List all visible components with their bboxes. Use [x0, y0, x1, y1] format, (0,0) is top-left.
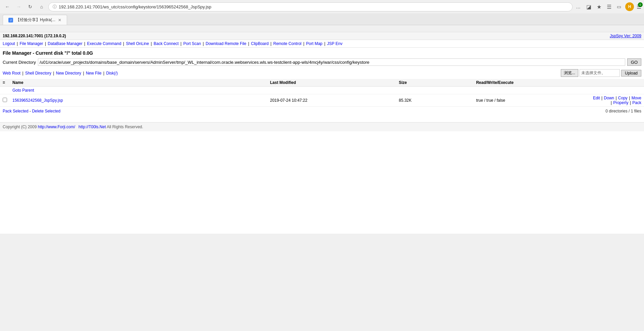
go-button[interactable]: GO [627, 58, 641, 66]
copyright-text: Copyright (C) 2009 [3, 125, 37, 129]
sidebar-toggle[interactable]: ☰ [605, 2, 613, 11]
current-dir-row: Current Directory GO [0, 57, 644, 67]
file-modified-cell: 2019-07-24 10:47:22 [267, 94, 396, 107]
t00ls-link[interactable]: http://T00ls.Net [78, 125, 106, 129]
more-options-icon[interactable]: … [575, 3, 582, 11]
url-input[interactable] [59, 4, 568, 9]
nav-links: Logout | File Manager | DataBase Manager… [0, 40, 644, 48]
browse-button[interactable]: 浏览... [561, 69, 578, 77]
pack-selected-link[interactable]: Pack Selected [3, 109, 29, 113]
action-sep-4: | [611, 100, 613, 105]
nav-sep-5: | [151, 41, 152, 46]
col-header-checkbox: = [0, 79, 10, 87]
notification-bell[interactable]: ☰ [637, 4, 641, 10]
col-header-rwx: Read/Write/Execute [473, 79, 589, 87]
table-row-parent: Goto Parent [0, 87, 644, 94]
reload-button[interactable]: ↻ [25, 2, 35, 11]
nav-file-manager[interactable]: File Manager [20, 41, 43, 46]
tab-title: 【经验分享】Hydra(... [16, 17, 55, 23]
qnav-sep-4: | [103, 71, 105, 76]
file-size-cell: 85.32K [396, 94, 473, 107]
web-root-link[interactable]: Web Root [3, 71, 20, 76]
bottom-actions: Pack Selected - Delete Selected [3, 109, 60, 113]
server-info-text: 192.168.220.141:7001 (172.19.0.2) [3, 34, 66, 38]
file-table: = Name Last Modified Size Read/Write/Exe… [0, 79, 644, 107]
server-info-bar: 192.168.220.141:7001 (172.19.0.2) JspSpy… [0, 32, 644, 40]
file-checkbox[interactable] [3, 98, 7, 102]
nav-sep-4: | [123, 41, 124, 46]
shell-directory-link[interactable]: Shell Directory [25, 71, 51, 76]
file-name-cell: 1563965242568_JspSpy.jsp [10, 94, 267, 107]
quick-nav-links: Web Root | Shell Directory | New Directo… [3, 71, 118, 76]
table-row: 1563965242568_JspSpy.jsp 2019-07-24 10:4… [0, 94, 644, 107]
action-sep-2: | [615, 96, 618, 100]
goto-parent-link[interactable]: Goto Parent [12, 88, 34, 93]
forji-link[interactable]: http://www.Forji.com/ [38, 125, 75, 129]
back-button[interactable]: ← [3, 2, 12, 11]
file-rwx-cell: true / true / false [473, 94, 589, 107]
file-name-link[interactable]: 1563965242568_JspSpy.jsp [12, 98, 63, 103]
table-header-row: = Name Last Modified Size Read/Write/Exe… [0, 79, 644, 87]
current-dir-label: Current Directory [3, 60, 36, 65]
qnav-sep-1: | [22, 71, 24, 76]
nav-sep-3: | [84, 41, 85, 46]
tab-close-icon[interactable]: ✕ [58, 18, 61, 22]
nav-jsp-env[interactable]: JSP Env [327, 41, 342, 46]
nav-shell-online[interactable]: Shell OnLine [126, 41, 149, 46]
col-header-actions [589, 79, 644, 87]
delete-selected-link[interactable]: Delete Selected [32, 109, 60, 113]
file-down-link[interactable]: Down [604, 96, 614, 100]
bottom-row: Pack Selected - Delete Selected 0 direct… [0, 107, 644, 115]
nav-sep-7: | [203, 41, 204, 46]
disk-link[interactable]: Disk(/) [106, 71, 118, 76]
bookmark-icon[interactable]: ★ [595, 2, 603, 11]
nav-sep-8: | [248, 41, 249, 46]
nav-back-connect[interactable]: Back Connect [154, 41, 179, 46]
file-property-link[interactable]: Property [613, 100, 628, 105]
file-actions-cell: Edit | Down | Copy | Move | Property | P… [589, 94, 644, 107]
current-dir-input[interactable] [38, 58, 625, 66]
nav-execute-command[interactable]: Execute Command [87, 41, 121, 46]
file-pack-link[interactable]: Pack [632, 100, 641, 105]
address-bar[interactable]: ⓘ [48, 2, 573, 11]
nav-download-remote-file[interactable]: Download Remote File [206, 41, 246, 46]
col-header-size: Size [396, 79, 473, 87]
action-sep-3: | [629, 96, 631, 100]
footer: Copyright (C) 2009 http://www.Forji.com/… [0, 122, 644, 131]
quick-nav-row: Web Root | Shell Directory | New Directo… [0, 67, 644, 79]
nav-sep-11: | [324, 41, 325, 46]
nav-logout[interactable]: Logout [3, 41, 15, 46]
pocket-icon[interactable]: ◪ [585, 2, 593, 11]
qnav-sep-2: | [53, 71, 55, 76]
bookmark-bar [0, 25, 644, 32]
upload-button[interactable]: Upload [621, 70, 641, 77]
home-button[interactable]: ⌂ [37, 2, 46, 11]
jspspy-version-link[interactable]: JspSpy Ver: 2009 [610, 34, 641, 38]
new-directory-link[interactable]: New Directory [56, 71, 81, 76]
new-file-link[interactable]: New File [86, 71, 102, 76]
file-copy-link[interactable]: Copy [618, 96, 628, 100]
col-header-modified: Last Modified [267, 79, 396, 87]
file-manager-title: File Manager - Current disk "/" total 0.… [0, 48, 644, 57]
nav-port-scan[interactable]: Port Scan [183, 41, 201, 46]
hamburger-sort-icon: = [3, 80, 5, 85]
tab-favicon: J [8, 18, 13, 22]
nav-port-map[interactable]: Port Map [306, 41, 323, 46]
tab-bar: J 【经验分享】Hydra(... ✕ [0, 13, 644, 25]
parent-link-cell: Goto Parent [10, 87, 644, 94]
file-checkbox-cell [0, 94, 10, 107]
nav-remote-control[interactable]: Remote Control [273, 41, 302, 46]
nav-sep-9: | [270, 41, 271, 46]
nav-database-manager[interactable]: DataBase Manager [48, 41, 82, 46]
file-move-link[interactable]: Move [632, 96, 641, 100]
nav-sep-6: | [180, 41, 181, 46]
upload-filename-display: 未选择文件。 [580, 69, 620, 77]
rights-text: All Rights Reserved. [107, 125, 143, 129]
nav-clipboard[interactable]: ClipBoard [251, 41, 269, 46]
user-avatar[interactable]: H [625, 2, 634, 11]
col-header-name: Name [10, 79, 267, 87]
active-tab[interactable]: J 【经验分享】Hydra(... ✕ [3, 15, 67, 25]
forward-button[interactable]: → [14, 2, 23, 11]
reading-mode-icon[interactable]: ▭ [615, 3, 623, 11]
file-edit-link[interactable]: Edit [593, 96, 600, 100]
